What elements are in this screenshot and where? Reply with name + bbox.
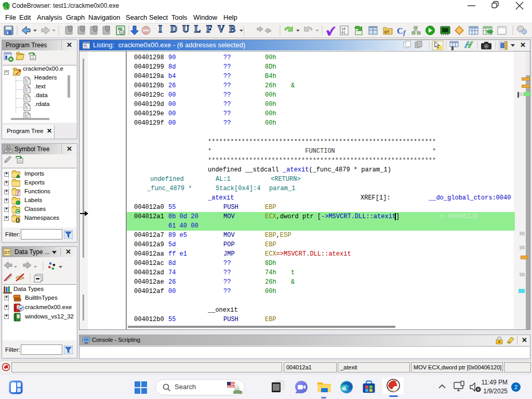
svg-text:C: C [16,209,20,214]
svg-text:f: f [403,29,406,36]
svg-text:DT: DT [4,250,10,255]
svg-text:C: C [397,26,403,35]
svg-text:01: 01 [341,31,345,35]
svg-text:{}: {} [16,217,20,223]
svg-text:10: 10 [341,28,345,31]
svg-text:DT: DT [384,30,390,34]
